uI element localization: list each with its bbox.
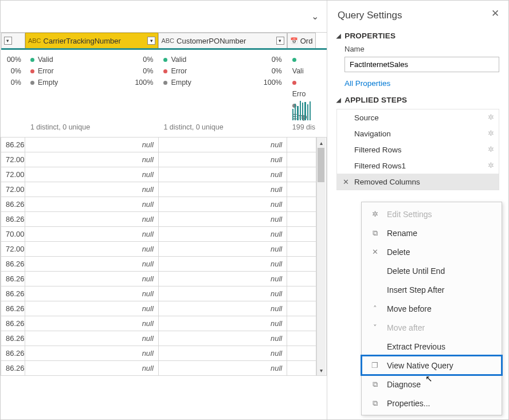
menu-label: Delete Until End — [387, 266, 445, 276]
cell-ord — [287, 316, 316, 331]
menu-label: Diagnose — [387, 380, 421, 389]
menu-item-rename[interactable]: ⧉Rename — [362, 223, 502, 242]
applied-step[interactable]: ✕Removed Columns — [337, 174, 499, 190]
all-properties-link[interactable]: All Properties — [344, 79, 390, 88]
cell-ord — [287, 138, 316, 152]
menu-icon: ⧉ — [370, 380, 380, 389]
cell-rownum: 86.26 — [1, 316, 25, 331]
col-head-ord[interactable]: 📅 Ord — [287, 33, 316, 49]
menu-label: Move after — [387, 323, 425, 332]
cell-rownum: 72.00 — [1, 167, 25, 182]
cell-carrier: null — [25, 361, 158, 376]
applied-steps-header[interactable]: ◢ APPLIED STEPS — [336, 96, 499, 104]
menu-item-extract-previous[interactable]: Extract Previous — [362, 337, 502, 356]
applied-step[interactable]: Navigation✲ — [337, 125, 499, 142]
chevron-down-icon[interactable]: ⌄ — [311, 11, 319, 22]
menu-label: Rename — [387, 229, 417, 238]
cell-carrier: null — [25, 152, 158, 167]
gear-icon[interactable]: ✲ — [488, 145, 494, 154]
applied-step[interactable]: Filtered Rows1✲ — [337, 158, 499, 174]
filter-dropdown-icon[interactable]: ▾ — [276, 37, 284, 45]
vertical-scrollbar[interactable]: ▴▾ — [316, 138, 326, 375]
table-row[interactable]: 86.26nullnull — [1, 361, 327, 376]
table-row[interactable]: 86.26nullnull — [1, 212, 327, 227]
cell-rownum: 86.26 — [1, 197, 25, 212]
gear-icon[interactable]: ✲ — [488, 161, 494, 170]
menu-item-properties[interactable]: ⧉Properties... — [362, 394, 502, 413]
delete-step-icon[interactable]: ✕ — [343, 178, 349, 186]
table-row[interactable]: 86.26nullnull — [1, 286, 327, 301]
cell-custpo: null — [158, 301, 287, 316]
table-row[interactable]: 72.00nullnull — [1, 182, 327, 197]
properties-header[interactable]: ◢ PROPERTIES — [336, 32, 499, 40]
scroll-down-icon[interactable]: ▾ — [317, 365, 326, 375]
cell-rownum: 86.26 — [1, 346, 25, 361]
table-row[interactable]: 86.26nullnull▴▾ — [1, 138, 327, 152]
filter-dropdown-icon[interactable]: ▾ — [4, 37, 12, 45]
cell-rownum: 86.26 — [1, 212, 25, 227]
menu-icon: ⧉ — [370, 399, 380, 408]
query-name-input[interactable] — [344, 57, 499, 72]
menu-icon: ❐ — [370, 361, 380, 370]
table-row[interactable]: 86.26nullnull — [1, 316, 327, 331]
table-row[interactable]: 72.00nullnull — [1, 152, 327, 167]
col-head-rownum[interactable]: ▾ — [1, 33, 25, 49]
cell-carrier: null — [25, 182, 158, 197]
cell-carrier: null — [25, 138, 158, 152]
cell-rownum: 86.26 — [1, 272, 25, 286]
cell-ord — [287, 346, 316, 361]
cell-carrier: null — [25, 197, 158, 212]
scroll-up-icon[interactable]: ▴ — [317, 138, 326, 148]
menu-item-delete[interactable]: ✕Delete — [362, 242, 502, 261]
cell-carrier: null — [25, 286, 158, 301]
table-row[interactable]: 86.26nullnull — [1, 331, 327, 346]
menu-icon: ˅ — [370, 323, 380, 332]
applied-step[interactable]: Source✲ — [337, 109, 499, 125]
cell-carrier: null — [25, 167, 158, 182]
cell-custpo: null — [158, 286, 287, 301]
applied-step[interactable]: Filtered Rows✲ — [337, 142, 499, 158]
cell-carrier: null — [25, 331, 158, 346]
distinct-text: 1 distinct, 0 unique — [30, 121, 90, 133]
menu-item-view-native-query[interactable]: ❐View Native Query — [362, 356, 502, 375]
applied-steps-list: Source✲Navigation✲Filtered Rows✲Filtered… — [336, 109, 499, 190]
menu-icon: ✲ — [370, 210, 380, 218]
cell-custpo: null — [158, 167, 287, 182]
col-label: CustomerPONumber — [177, 37, 274, 45]
table-row[interactable]: 86.26nullnull — [1, 197, 327, 212]
cell-carrier: null — [25, 242, 158, 257]
cell-rownum: 86.26 — [1, 301, 25, 316]
table-row[interactable]: 72.00nullnull — [1, 242, 327, 257]
formula-bar[interactable]: ⌄ — [1, 1, 327, 33]
table-row[interactable]: 86.26nullnull — [1, 301, 327, 316]
menu-item-move-before[interactable]: ˄Move before — [362, 299, 502, 318]
cell-rownum: 86.26 — [1, 361, 25, 376]
cell-custpo: null — [158, 316, 287, 331]
table-row[interactable]: 86.26nullnull — [1, 346, 327, 361]
cell-custpo: null — [158, 242, 287, 257]
menu-item-insert-step-after[interactable]: Insert Step After — [362, 280, 502, 299]
col-head-carrier[interactable]: ABC CarrierTrackingNumber ▾ — [25, 33, 158, 49]
close-icon[interactable]: ✕ — [491, 7, 499, 19]
profile-carrier: Valid0% Error0% Empty100% 1 distinct, 0 … — [26, 50, 158, 136]
cell-custpo: null — [158, 227, 287, 242]
scroll-thumb[interactable] — [318, 148, 324, 182]
menu-item-delete-until-end[interactable]: Delete Until End — [362, 261, 502, 280]
menu-label: Properties... — [387, 399, 430, 408]
step-label: Filtered Rows — [354, 146, 402, 154]
gear-icon[interactable]: ✲ — [488, 129, 494, 138]
col-head-custpo[interactable]: ABC CustomerPONumber ▾ — [158, 33, 287, 49]
cell-custpo: null — [158, 197, 287, 212]
cell-ord — [287, 227, 316, 242]
table-row[interactable]: 86.26nullnull — [1, 272, 327, 286]
filter-dropdown-icon[interactable]: ▾ — [147, 37, 155, 45]
cell-ord — [287, 152, 316, 167]
column-header-row: ▾ ABC CarrierTrackingNumber ▾ ABC Custom… — [1, 33, 327, 49]
menu-label: Delete — [387, 248, 410, 257]
cell-ord — [287, 331, 316, 346]
table-row[interactable]: 86.26nullnull — [1, 257, 327, 272]
table-row[interactable]: 72.00nullnull — [1, 167, 327, 182]
gear-icon[interactable]: ✲ — [488, 113, 494, 121]
cell-custpo: null — [158, 257, 287, 272]
table-row[interactable]: 70.00nullnull — [1, 227, 327, 242]
